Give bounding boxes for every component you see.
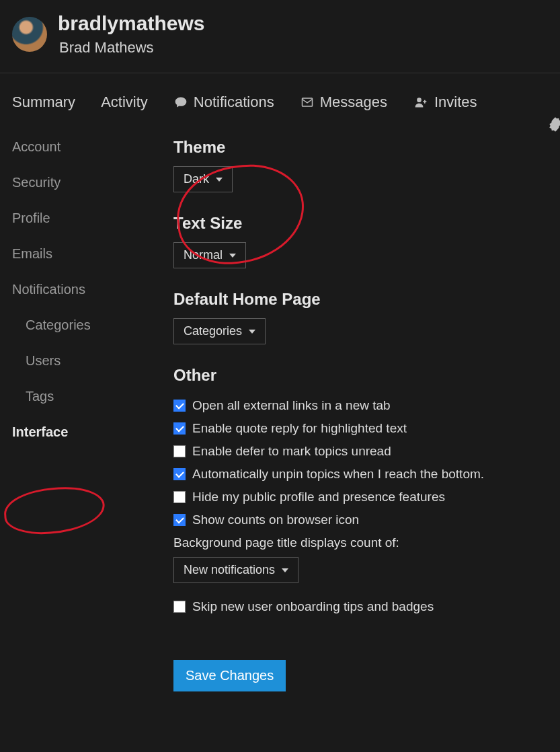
tab-invites[interactable]: Invites bbox=[413, 93, 477, 111]
envelope-icon bbox=[300, 96, 315, 108]
sidebar-item-tags[interactable]: Tags bbox=[12, 389, 147, 404]
option-skip-onboarding: Skip new user onboarding tips and badges bbox=[173, 595, 548, 618]
tab-summary[interactable]: Summary bbox=[12, 93, 75, 111]
svg-point-1 bbox=[417, 98, 422, 102]
bg-title-dropdown[interactable]: New notifications bbox=[173, 557, 298, 583]
user-plus-icon bbox=[413, 96, 429, 109]
checkbox-auto-unpin[interactable] bbox=[173, 468, 186, 480]
checkbox-quote-reply[interactable] bbox=[173, 422, 186, 435]
textsize-dropdown[interactable]: Normal bbox=[173, 242, 246, 268]
theme-title: Theme bbox=[173, 138, 548, 157]
user-text: bradlymathews Brad Mathews bbox=[58, 12, 204, 57]
homepage-title: Default Home Page bbox=[173, 290, 548, 309]
homepage-dropdown[interactable]: Categories bbox=[173, 318, 266, 344]
caret-down-icon bbox=[282, 568, 288, 572]
textsize-section: Text Size Normal bbox=[173, 214, 548, 268]
sidebar-item-security[interactable]: Security bbox=[12, 175, 147, 190]
sidebar-item-categories[interactable]: Categories bbox=[12, 317, 147, 333]
sidebar-item-emails[interactable]: Emails bbox=[12, 246, 147, 262]
tab-messages[interactable]: Messages bbox=[300, 93, 387, 111]
checkbox-external-links[interactable] bbox=[173, 400, 186, 412]
user-fullname: Brad Mathews bbox=[58, 39, 204, 57]
top-tabs: Summary Activity Notifications Messages … bbox=[0, 73, 560, 131]
tab-activity[interactable]: Activity bbox=[101, 93, 148, 111]
username: bradlymathews bbox=[58, 12, 204, 35]
tab-notifications[interactable]: Notifications bbox=[173, 93, 274, 111]
bg-title-label: Background page title displays count of: bbox=[173, 531, 548, 557]
option-external-links: Open all external links in a new tab bbox=[173, 394, 548, 417]
settings-sidebar: Account Security Profile Emails Notifica… bbox=[12, 135, 147, 691]
sidebar-item-account[interactable]: Account bbox=[12, 139, 147, 155]
option-counts-icon: Show counts on browser icon bbox=[173, 509, 548, 531]
sidebar-item-users[interactable]: Users bbox=[12, 353, 147, 369]
sidebar-item-notifications[interactable]: Notifications bbox=[12, 282, 147, 297]
option-hide-profile: Hide my public profile and presence feat… bbox=[173, 486, 548, 509]
textsize-title: Text Size bbox=[173, 214, 548, 233]
save-changes-button[interactable]: Save Changes bbox=[173, 660, 286, 691]
settings-main: Theme Dark Text Size Normal Default Home… bbox=[173, 135, 548, 691]
theme-dropdown[interactable]: Dark bbox=[173, 166, 233, 192]
homepage-section: Default Home Page Categories bbox=[173, 290, 548, 344]
checkbox-hide-profile[interactable] bbox=[173, 491, 186, 503]
comment-icon bbox=[173, 96, 188, 109]
sidebar-item-profile[interactable]: Profile bbox=[12, 211, 147, 226]
sidebar-item-interface[interactable]: Interface bbox=[12, 424, 147, 440]
caret-down-icon bbox=[229, 254, 236, 258]
checkbox-skip-onboarding[interactable] bbox=[173, 601, 186, 613]
option-auto-unpin: Automatically unpin topics when I reach … bbox=[173, 463, 548, 486]
option-defer-unread: Enable defer to mark topics unread bbox=[173, 440, 548, 463]
other-section: Other Open all external links in a new t… bbox=[173, 366, 548, 618]
profile-header: bradlymathews Brad Mathews bbox=[0, 0, 560, 73]
caret-down-icon bbox=[249, 330, 255, 334]
checkbox-defer-unread[interactable] bbox=[173, 445, 186, 457]
checkbox-counts-icon[interactable] bbox=[173, 514, 186, 526]
avatar[interactable] bbox=[12, 17, 47, 52]
caret-down-icon bbox=[216, 178, 223, 182]
other-title: Other bbox=[173, 366, 548, 385]
option-quote-reply: Enable quote reply for highlighted text bbox=[173, 417, 548, 440]
theme-section: Theme Dark bbox=[173, 138, 548, 192]
